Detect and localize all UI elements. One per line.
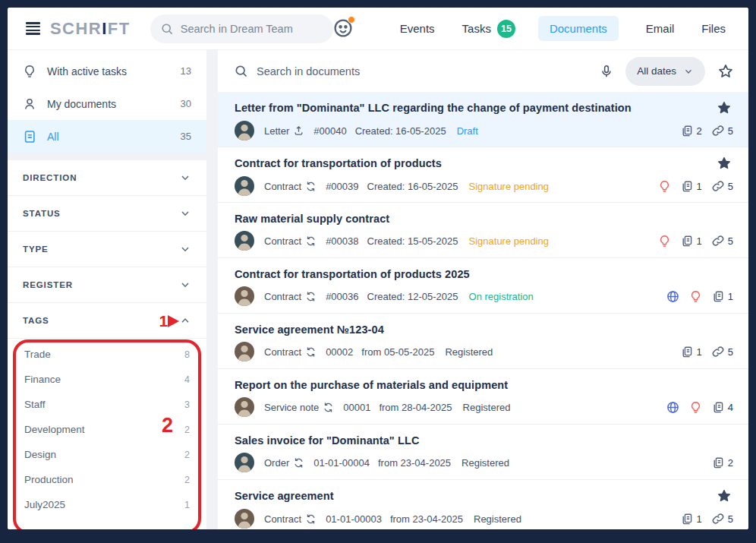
star-icon[interactable] <box>717 101 731 115</box>
copy-count: 1 <box>697 513 702 525</box>
sidebar-item-with-active-tasks[interactable]: With active tasks 13 <box>8 55 206 87</box>
tasks-count-badge: 15 <box>497 20 515 38</box>
doc-status: Registered <box>461 457 509 469</box>
link-icon <box>712 235 724 247</box>
copies-icon <box>681 235 693 247</box>
global-search[interactable] <box>150 14 333 43</box>
doc-date: from 23-04-2025 <box>390 513 463 525</box>
document-title: Service agreement <box>235 490 717 502</box>
link-icon <box>712 125 724 137</box>
copy-badge[interactable]: 1 <box>681 513 702 525</box>
filter-section-register[interactable]: REGISTER <box>8 267 206 303</box>
avatar <box>235 176 254 196</box>
globe-icon[interactable] <box>666 401 679 414</box>
chevron-down-icon[interactable] <box>179 172 191 184</box>
filter-section-status[interactable]: STATUS <box>8 196 206 232</box>
tag-count: 2 <box>184 475 190 485</box>
tag-item[interactable]: Development 2 <box>8 417 206 442</box>
link-badge[interactable]: 5 <box>712 235 733 247</box>
avatar <box>235 397 254 417</box>
copy-badge[interactable]: 1 <box>681 346 702 358</box>
link-badge[interactable]: 5 <box>712 346 733 358</box>
sidebar-item-label: With active tasks <box>47 65 127 77</box>
bulb-icon[interactable] <box>658 235 671 248</box>
nav-events[interactable]: Events <box>400 22 435 35</box>
document-row[interactable]: Raw material supply contract Contract #0… <box>218 203 748 258</box>
chevron-down-icon[interactable] <box>179 243 191 255</box>
bulb-icon[interactable] <box>689 290 702 303</box>
sidebar-item-all[interactable]: All 35 <box>8 120 206 153</box>
favorites-filter-star-icon[interactable] <box>718 64 733 79</box>
tag-item[interactable]: Staff 3 <box>8 392 206 417</box>
doc-type-label: Letter <box>264 125 289 137</box>
sync-icon <box>323 402 334 413</box>
sidebar-item-count: 30 <box>181 98 191 109</box>
tag-label: Design <box>24 449 56 460</box>
copy-badge[interactable]: 2 <box>681 125 702 137</box>
link-badge[interactable]: 5 <box>712 180 733 192</box>
support-smiley-icon[interactable] <box>333 17 353 40</box>
tag-item[interactable]: Design 2 <box>8 442 206 467</box>
doc-number: 00002 <box>326 346 353 358</box>
document-title: Report on the purchase of materials and … <box>235 379 733 391</box>
link-count: 5 <box>728 181 733 192</box>
doc-date: Created: 16-05-2025 <box>355 125 446 137</box>
link-badge[interactable]: 5 <box>712 125 733 137</box>
document-row[interactable]: Service agreement №123-04 Contract 00002… <box>218 314 748 369</box>
copy-badge[interactable]: 2 <box>712 456 733 469</box>
filter-section-direction[interactable]: DIRECTION <box>8 160 206 196</box>
document-row[interactable]: Report on the purchase of materials and … <box>218 369 748 425</box>
doc-type-label: Contract <box>264 513 301 525</box>
bulb-icon[interactable] <box>689 401 702 414</box>
nav-documents[interactable]: Documents <box>538 16 619 41</box>
sync-icon <box>305 513 317 525</box>
chevron-up-icon[interactable] <box>179 314 191 327</box>
section-label: STATUS <box>23 209 61 218</box>
tag-count: 2 <box>184 425 190 435</box>
doc-type-label: Contract <box>264 181 301 192</box>
document-row[interactable]: Contract for transportation of products … <box>218 258 748 314</box>
annotation-arrow <box>168 315 179 327</box>
doc-number: #00036 <box>326 291 358 302</box>
link-badge[interactable]: 5 <box>712 513 733 525</box>
annotation-step-2: 2 <box>162 414 173 437</box>
star-icon[interactable] <box>717 156 731 170</box>
doc-type-label: Contract <box>264 346 301 358</box>
doc-date: from 05-05-2025 <box>361 346 434 358</box>
document-row[interactable]: Contract for transportation of products … <box>218 147 748 203</box>
document-row[interactable]: Service agreement Contract 01-01-00003 f… <box>218 480 748 529</box>
copy-badge[interactable]: 4 <box>712 401 733 413</box>
chevron-down-icon[interactable] <box>179 207 191 219</box>
tag-item[interactable]: Trade 8 <box>8 342 206 367</box>
copy-badge[interactable]: 1 <box>681 235 702 247</box>
bulb-icon[interactable] <box>658 180 671 193</box>
filter-section-type[interactable]: TYPE <box>8 232 206 267</box>
tag-item[interactable]: Production 2 <box>8 467 206 492</box>
hamburger-menu-icon[interactable] <box>26 22 40 35</box>
nav-email[interactable]: Email <box>646 22 675 35</box>
copy-badge[interactable]: 1 <box>681 180 702 192</box>
date-filter-dropdown[interactable]: All dates <box>625 57 705 86</box>
chevron-down-icon[interactable] <box>179 279 191 291</box>
copy-badge[interactable]: 1 <box>712 290 733 302</box>
link-count: 5 <box>728 125 733 137</box>
link-count: 5 <box>728 235 733 247</box>
tag-item[interactable]: July2025 1 <box>8 492 206 517</box>
documents-search-input[interactable] <box>257 65 600 77</box>
tag-item[interactable]: Finance 4 <box>8 367 206 392</box>
filter-section-tags[interactable]: TAGS 1 <box>8 303 206 339</box>
sidebar-item-my-documents[interactable]: My documents 30 <box>8 87 206 120</box>
doc-type-label: Service note <box>264 402 319 413</box>
copies-icon <box>712 456 724 469</box>
nav-files[interactable]: Files <box>701 22 726 35</box>
doc-status: Registered <box>474 513 521 525</box>
chevron-down-icon <box>683 66 694 77</box>
star-icon[interactable] <box>717 489 731 503</box>
link-icon <box>712 180 724 192</box>
microphone-icon[interactable] <box>600 65 613 78</box>
global-search-input[interactable] <box>181 23 323 35</box>
globe-icon[interactable] <box>666 290 679 303</box>
document-row[interactable]: Letter from "Dominanta" LLC regarding th… <box>218 92 748 147</box>
document-row[interactable]: Sales invoice for "Dominanta" LLC Order … <box>218 425 748 480</box>
nav-tasks[interactable]: Tasks15 <box>462 20 515 38</box>
